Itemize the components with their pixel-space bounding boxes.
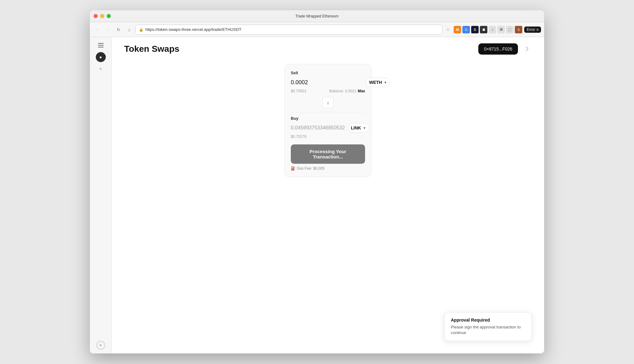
sidebar-profile-icon[interactable]: ● <box>96 52 106 62</box>
address-bar[interactable]: 🔒 https://token-swaps-three.vercel.app/t… <box>135 25 442 35</box>
balance-label: Balance: <box>329 89 344 93</box>
reload-button[interactable]: ↻ <box>114 25 123 34</box>
buy-token-selector[interactable]: LINK ▼ <box>348 123 370 133</box>
approval-toast: Approval Required Please sign the approv… <box>444 312 532 341</box>
sidebar-toggle[interactable] <box>96 41 105 50</box>
gas-icon: ⛽ <box>291 166 295 171</box>
balance-max: Balance: 0.0021 Max <box>329 89 365 93</box>
error-badge-label: Error <box>527 27 535 32</box>
sell-input-row: WETH ▼ <box>291 78 365 87</box>
svg-rect-0 <box>98 43 104 44</box>
wallet-address: 0×8715...F026 <box>484 46 512 51</box>
buy-label: Buy <box>291 116 365 121</box>
minimize-button[interactable] <box>100 14 104 18</box>
swap-arrow-container: ↓ <box>291 97 365 108</box>
ext-icon-3[interactable]: ◼ <box>480 26 487 33</box>
sell-amount-input[interactable] <box>291 79 363 86</box>
card-divider <box>291 112 365 112</box>
browser-toolbar: ← → ↻ ⌂ 🔒 https://token-swaps-three.verc… <box>90 22 544 37</box>
buy-section: Buy 0.045993753346850532 LINK ▼ $0.70278 <box>291 116 365 139</box>
gas-fee-label: Gas Fee: $0.005 <box>297 166 324 171</box>
buy-usd-value: $0.70278 <box>291 134 306 139</box>
traffic-lights <box>94 14 111 18</box>
forward-button[interactable]: → <box>104 25 112 34</box>
theme-toggle-button[interactable]: ☽ <box>520 43 532 55</box>
sell-token-name: WETH <box>369 80 382 85</box>
process-transaction-button[interactable]: Processing Your Transaction... <box>291 144 365 164</box>
ext-icon-1[interactable]: G <box>462 26 470 33</box>
moon-icon: ☽ <box>524 46 529 52</box>
buy-amount-display: 0.045993753346850532 <box>291 125 345 131</box>
close-button[interactable] <box>94 14 98 18</box>
browser-sidebar: ● × + <box>90 37 112 353</box>
app-title: Token Swaps <box>124 44 179 54</box>
approval-toast-title: Approval Required <box>451 318 525 323</box>
browser-extensions: M G B ◼ ♪ ⊞ ⬚ S <box>454 26 522 33</box>
ext-icon-7[interactable]: S <box>515 26 522 33</box>
wallet-button[interactable]: 0×8715...F026 <box>478 43 518 55</box>
home-button[interactable]: ⌂ <box>125 25 134 34</box>
bookmark-button[interactable]: ☆ <box>444 26 452 33</box>
maximize-button[interactable] <box>107 14 111 18</box>
buy-token-chevron-icon: ▼ <box>363 126 366 130</box>
app-header: Token Swaps 0×8715...F026 ☽ <box>124 43 532 55</box>
back-button[interactable]: ← <box>93 25 102 34</box>
balance-value: 0.0021 <box>345 89 357 93</box>
menu-icon: ≡ <box>536 27 539 32</box>
swap-card: Sell WETH ▼ $0.70501 Balance: 0.0021 <box>284 64 372 177</box>
gas-fee-row: ⛽ Gas Fee: $0.005 <box>291 166 365 171</box>
sidebar-close-button[interactable]: × <box>96 65 105 73</box>
sell-label: Sell <box>291 70 365 75</box>
buy-input-row: 0.045993753346850532 LINK ▼ <box>291 123 365 133</box>
approval-toast-text: Please sign the approval transaction to … <box>451 324 525 336</box>
buy-sub-row: $0.70278 <box>291 134 365 139</box>
error-badge[interactable]: Error ≡ <box>524 27 541 33</box>
lock-icon: 🔒 <box>139 27 144 32</box>
url-display: https://token-swaps-three.vercel.app/tra… <box>145 27 439 32</box>
ext-icon-4[interactable]: ♪ <box>489 26 496 33</box>
svg-rect-1 <box>98 45 104 46</box>
sell-section: Sell WETH ▼ $0.70501 Balance: 0.0021 <box>291 70 365 93</box>
ext-icon-6[interactable]: ⬚ <box>506 26 514 33</box>
page-content: Token Swaps 0×8715...F026 ☽ Sell <box>112 37 544 353</box>
metamask-icon[interactable]: M <box>454 26 461 33</box>
sell-sub-row: $0.70501 Balance: 0.0021 Max <box>291 89 365 93</box>
sell-usd-value: $0.70501 <box>291 89 306 93</box>
sell-token-selector[interactable]: WETH ▼ <box>366 78 390 87</box>
window-title: Trade Wrapped Ethereum <box>295 14 339 18</box>
swap-arrow-icon: ↓ <box>327 100 329 105</box>
buy-token-name: LINK <box>351 125 361 130</box>
browser-content: ● × + Token Swaps 0×8715...F026 ☽ <box>90 37 544 353</box>
svg-rect-2 <box>98 47 104 47</box>
swap-direction-button[interactable]: ↓ <box>322 97 334 108</box>
max-button[interactable]: Max <box>358 89 365 93</box>
sidebar-add-button[interactable]: + <box>96 341 105 350</box>
title-bar: Trade Wrapped Ethereum <box>90 10 544 22</box>
ext-icon-2[interactable]: B <box>471 26 479 33</box>
ext-icon-5[interactable]: ⊞ <box>497 26 505 33</box>
sell-token-chevron-icon: ▼ <box>384 81 387 84</box>
